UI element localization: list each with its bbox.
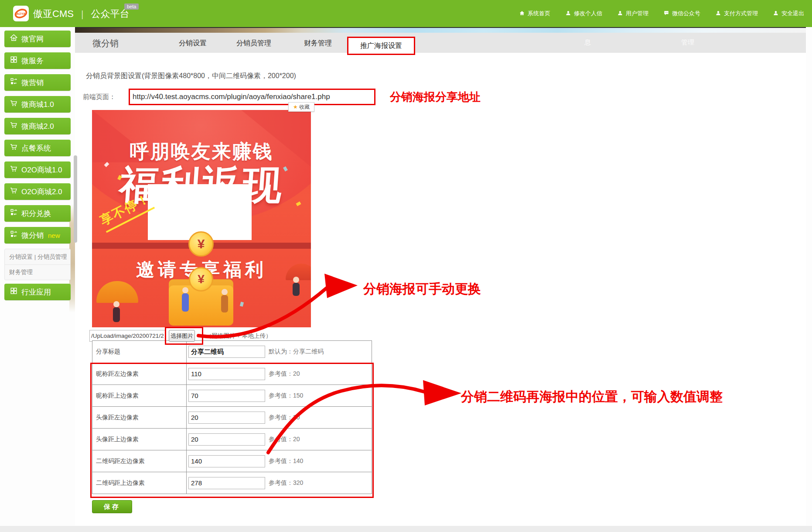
tab-finance-management[interactable]: 财务管理 [292,39,344,48]
sidebar-item-micro-distribution[interactable]: 微分销 new [4,227,71,244]
scrollbar-thumb[interactable] [74,155,77,243]
avatar-top-input[interactable] [188,433,265,446]
upload-path-input[interactable] [89,330,165,342]
aoya-logo: AOYA [13,6,29,21]
coin-icon: ¥ [189,267,213,292]
nav-label: 微信公众号 [672,10,700,17]
favorite-label: 收藏 [299,103,310,111]
product-name: 公众平台 [91,7,129,21]
table-row: 昵称距左边像素 参考值：20 [92,363,372,384]
table-row: 分享标题 默认为：分享二维码 [92,341,372,363]
qrcode-top-input[interactable] [188,477,265,489]
row-hint: 参考值：140 [269,457,303,465]
sidebar-item-label: 微服务 [21,56,44,66]
share-title-input[interactable] [188,346,265,358]
sidebar-item-label: 微商城2.0 [21,121,54,131]
nickname-left-input[interactable] [188,368,265,380]
beta-badge: beta [124,3,139,10]
annotation-qr-position: 分销二维码再海报中的位置，可输入数值调整 [461,388,723,406]
cartoon-figure [221,295,228,312]
nav-system-home[interactable]: 系统首页 [519,10,550,17]
cart-icon [10,121,18,131]
brand-separator: ｜ [78,8,87,20]
cartoon-figure [113,301,119,307]
cartoon-figure [113,307,120,322]
submenu-finance-management[interactable]: 财务管理 [5,264,70,280]
content-area: 分销员背景图设置(背景图像素480*800，中间二维码像素，200*200) 前… [75,53,806,526]
chat-icon [663,10,669,17]
sidebar-item-mall-2[interactable]: 微商城2.0 [4,118,71,134]
page-bottom-strip [0,526,812,532]
user-icon [617,10,623,17]
home-icon [519,10,525,17]
sidebar-item-points-exchange[interactable]: 积分兑换 [4,205,71,222]
table-row: 昵称距上边像素 参考值：150 [92,384,372,406]
sidebar-item-label: 行业应用 [21,287,51,297]
nav-payment-management[interactable]: 支付方式管理 [715,10,758,17]
poster-settings-table: 分享标题 默认为：分享二维码 昵称距左边像素 参考值：20 昵称距上边像素 参考… [92,340,372,494]
row-label: 头像距上边像素 [92,429,187,450]
row-hint: 参考值：20 [269,370,300,378]
main-panel: 微分销 分销设置 分销员管理 财务管理 推广海报设置 息 管理 分销员背景图设置… [75,27,806,526]
favorite-popup[interactable]: ★ 收藏 [288,102,314,112]
sidebar-item-mall-1[interactable]: 微商城1.0 [4,96,71,113]
row-hint: 参考值：150 [269,392,303,400]
arrow-head-icon [423,380,461,405]
nav-user-management[interactable]: 用户管理 [617,10,648,17]
brand-title: 傲亚CMS ｜ 公众平台 [33,7,129,21]
user-icon [773,10,779,17]
tab-bar: 微分销 分销设置 分销员管理 财务管理 推广海报设置 息 管理 [75,33,806,53]
cartoon-figure [182,293,189,312]
nickname-top-input[interactable] [188,390,265,402]
avatar-left-input[interactable] [188,412,265,424]
sidebar-item-micro-marketing[interactable]: 微营销 [4,74,71,91]
share-url-red-box [129,89,375,105]
save-button[interactable]: 保存 [92,500,132,513]
sidebar-item-micro-site[interactable]: 微官网 [4,31,71,47]
nav-label: 支付方式管理 [724,10,758,17]
cart-icon [10,165,18,175]
cart-icon [10,99,18,110]
blocks-icon [10,208,18,219]
grid-icon [10,55,18,66]
row-hint: 默认为：分享二维码 [269,348,324,356]
sidebar-item-label: 积分兑换 [21,209,51,219]
ghost-text: 息 [584,38,591,47]
coin-icon: ¥ [188,231,214,257]
table-row: 头像距左边像素 参考值：20 [92,406,372,428]
nav-label: 用户管理 [626,10,648,17]
user-icon [565,10,571,17]
page-title: 微分销 [92,38,119,49]
qrcode-left-input[interactable] [188,455,265,467]
sidebar-item-o2o-mall-2[interactable]: O2O商城2.0 [4,183,71,200]
new-badge: new [48,232,60,239]
nav-logout[interactable]: 安全退出 [773,10,804,17]
sidebar-item-micro-service[interactable]: 微服务 [4,52,71,69]
nav-edit-profile[interactable]: 修改个人信 [565,10,602,17]
svg-text:AOYA: AOYA [16,12,25,16]
share-url-input[interactable] [130,93,374,101]
aoya-logo-icon: AOYA [14,7,28,21]
tab-distributor-management[interactable]: 分销员管理 [228,39,280,48]
blocks-icon [10,230,18,240]
cartoon-figure [222,289,228,295]
annotation-poster-change: 分销海报可手动更换 [363,280,481,298]
submenu-distribution-settings[interactable]: 分销设置 | 分销员管理 [5,249,70,264]
sidebar-item-label: O2O商城2.0 [21,187,62,197]
tab-poster-settings-active[interactable]: 推广海报设置 [348,38,414,54]
sidebar-item-ordering-system[interactable]: 点餐系统 [4,140,71,156]
choose-image-button[interactable]: 选择图片 [169,330,195,342]
sidebar-item-o2o-mall-1[interactable]: O2O商城1.0 [4,161,71,178]
sidebar-item-industry-apps[interactable]: 行业应用 [4,284,71,300]
sidebar-item-label: 微官网 [21,34,44,44]
parachute-decoration [96,281,138,303]
table-row: 二维码距上边像素 参考值：320 [92,472,372,494]
sidebar-item-label: 微商城1.0 [21,100,54,110]
row-label: 昵称距上边像素 [92,385,187,406]
nav-wechat-account[interactable]: 微信公众号 [663,10,700,17]
table-row: 头像距上边像素 参考值：20 [92,428,372,450]
tab-distribution-settings[interactable]: 分销设置 [167,39,219,48]
nav-label: 系统首页 [528,10,550,17]
table-row: 二维码距左边像素 参考值：140 [92,450,372,472]
sidebar: 微官网 微服务 微营销 微商城1.0 微商城2.0 点餐系统 O2O商城1.0 … [4,31,71,305]
